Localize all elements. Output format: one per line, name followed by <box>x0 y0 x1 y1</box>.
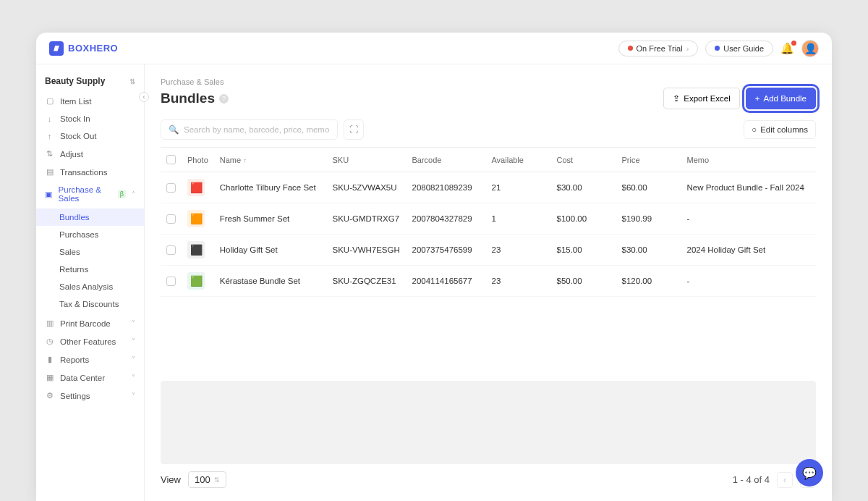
logo[interactable]: BOXHERO <box>49 41 118 56</box>
cell-sku: SKU-GMDTRXG7 <box>326 203 406 235</box>
row-checkbox[interactable] <box>166 183 176 193</box>
brand-name: BOXHERO <box>68 43 118 54</box>
info-icon[interactable]: ? <box>219 94 229 104</box>
chat-button[interactable]: 💬 <box>796 459 823 487</box>
sidebar: Beauty Supply ⇅ ‹ ▢ Item List ↓ Stock In… <box>36 64 145 501</box>
prev-page-button[interactable]: ‹ <box>777 472 793 488</box>
sidebar-item-stock-in[interactable]: ↓ Stock In <box>36 110 144 127</box>
cell-price: $60.00 <box>616 172 681 203</box>
cell-cost: $50.00 <box>550 266 616 297</box>
nav-label: Stock Out <box>60 132 97 140</box>
scan-button[interactable]: ⛶ <box>344 119 364 140</box>
sidebar-item-purchase-sales[interactable]: ▣ Purchase & Sales β ˄ <box>36 181 144 207</box>
sidebar-item-print-barcode[interactable]: ▥ Print Barcode ˅ <box>36 314 144 332</box>
cell-name: Holiday Gift Set <box>214 235 327 266</box>
export-icon: ⇪ <box>673 93 680 104</box>
search-input-wrap[interactable]: 🔍 <box>161 119 338 140</box>
table-row[interactable]: 🟩 Kérastase Bundle Set SKU-ZGQCZE31 2004… <box>161 266 816 297</box>
add-bundle-button[interactable]: + Add Bundle <box>746 88 816 109</box>
scan-icon: ⛶ <box>349 125 358 135</box>
table-row[interactable]: ⬛ Holiday Gift Set SKU-VWH7ESGH 20073754… <box>161 235 816 266</box>
col-price[interactable]: Price <box>616 148 681 172</box>
search-input[interactable] <box>184 125 330 134</box>
nav-icon: ▤ <box>45 167 54 177</box>
trial-label: On Free Trial <box>637 44 683 53</box>
search-icon: 🔍 <box>169 125 179 135</box>
nav-icon: ▥ <box>45 319 54 328</box>
product-thumbnail: 🟧 <box>187 210 205 227</box>
cell-sku: SKU-VWH7ESGH <box>326 235 406 266</box>
sidebar-item-transactions[interactable]: ▤ Transactions <box>36 163 144 181</box>
cell-cost: $30.00 <box>550 172 616 203</box>
sidebar-item-adjust[interactable]: ⇅ Adjust <box>36 145 144 163</box>
select-arrows-icon: ⇅ <box>214 476 220 484</box>
col-name[interactable]: Name ↑ <box>214 148 327 172</box>
sidebar-sub-purchases[interactable]: Purchases <box>36 226 144 243</box>
bundles-table: Photo Name ↑ SKU Barcode Available Cost … <box>161 147 816 297</box>
chevron-down-icon: ˅ <box>132 337 135 345</box>
free-trial-button[interactable]: On Free Trial › <box>618 41 699 56</box>
plus-icon: + <box>755 94 760 103</box>
gear-icon: ○ <box>752 125 757 134</box>
cell-barcode: 2004114165677 <box>406 266 485 297</box>
sort-asc-icon: ↑ <box>243 156 247 164</box>
nav-icon: ▣ <box>45 190 53 199</box>
cell-barcode: 2080821089239 <box>406 172 485 203</box>
nav-label: Data Center <box>60 374 105 382</box>
sidebar-sub-returns[interactable]: Returns <box>36 261 144 278</box>
pagination-info: 1 - 4 of 4 <box>733 474 770 485</box>
nav-label: Item List <box>60 97 91 106</box>
edit-columns-button[interactable]: ○ Edit columns <box>744 120 816 139</box>
col-memo[interactable]: Memo <box>681 148 816 172</box>
cell-available: 23 <box>485 235 550 266</box>
user-guide-button[interactable]: User Guide <box>705 41 773 56</box>
col-cost[interactable]: Cost <box>550 148 616 172</box>
cell-name: Fresh Summer Set <box>214 203 327 235</box>
notifications-button[interactable]: 🔔 <box>780 42 794 55</box>
page-size-selector[interactable]: 100 ⇅ <box>188 471 226 488</box>
chevron-down-icon: ˅ <box>132 355 135 363</box>
cell-memo: 2024 Holiday Gift Set <box>681 235 816 266</box>
horizontal-scrollbar[interactable] <box>161 381 816 465</box>
sidebar-item-reports[interactable]: ▮ Reports ˅ <box>36 350 144 369</box>
cell-price: $30.00 <box>616 235 681 266</box>
sidebar-item-other-features[interactable]: ◷ Other Features ˅ <box>36 332 144 350</box>
chat-icon: 💬 <box>802 466 817 480</box>
nav-label: Settings <box>60 392 90 400</box>
sidebar-sub-sales[interactable]: Sales <box>36 243 144 261</box>
sidebar-sub-sales-analysis[interactable]: Sales Analysis <box>36 278 144 295</box>
row-checkbox[interactable] <box>166 245 176 255</box>
export-excel-button[interactable]: ⇪ Export Excel <box>663 88 740 109</box>
col-photo[interactable]: Photo <box>182 148 214 172</box>
sidebar-sub-bundles[interactable]: Bundles <box>36 209 144 226</box>
select-all-checkbox[interactable] <box>166 155 176 164</box>
guide-label: User Guide <box>723 44 764 53</box>
col-sku[interactable]: SKU <box>326 148 406 172</box>
nav-icon: ⇅ <box>45 149 54 159</box>
cell-name: Kérastase Bundle Set <box>214 266 327 297</box>
sidebar-item-data-center[interactable]: ▦ Data Center ˅ <box>36 369 144 387</box>
team-selector[interactable]: Beauty Supply ⇅ <box>36 70 144 92</box>
row-checkbox[interactable] <box>166 214 176 224</box>
sidebar-item-settings[interactable]: ⚙ Settings ˅ <box>36 387 144 405</box>
nav-label: Purchase & Sales <box>59 185 112 203</box>
row-checkbox[interactable] <box>166 277 176 286</box>
table-row[interactable]: 🟧 Fresh Summer Set SKU-GMDTRXG7 20078043… <box>161 203 816 235</box>
cell-memo: New Product Bundle - Fall 2024 <box>681 172 816 203</box>
beta-badge: β <box>118 190 126 198</box>
sidebar-item-stock-out[interactable]: ↑ Stock Out <box>36 127 144 145</box>
avatar[interactable]: 👤 <box>801 40 819 57</box>
col-available[interactable]: Available <box>485 148 550 172</box>
select-arrows-icon: ⇅ <box>129 77 135 85</box>
view-label: View <box>161 474 181 485</box>
sidebar-sub-tax-discounts[interactable]: Tax & Discounts <box>36 295 144 313</box>
chevron-up-icon: ˄ <box>132 190 135 198</box>
cell-cost: $15.00 <box>550 235 616 266</box>
sidebar-collapse-button[interactable]: ‹ <box>139 92 149 102</box>
nav-icon: ↓ <box>45 114 54 123</box>
col-barcode[interactable]: Barcode <box>406 148 485 172</box>
table-row[interactable]: 🟥 Charlotte Tilbury Face Set SKU-5ZVWAX5… <box>161 172 816 203</box>
sidebar-item-item-list[interactable]: ▢ Item List <box>36 92 144 110</box>
nav-label: Transactions <box>60 168 107 177</box>
team-name: Beauty Supply <box>45 76 105 86</box>
